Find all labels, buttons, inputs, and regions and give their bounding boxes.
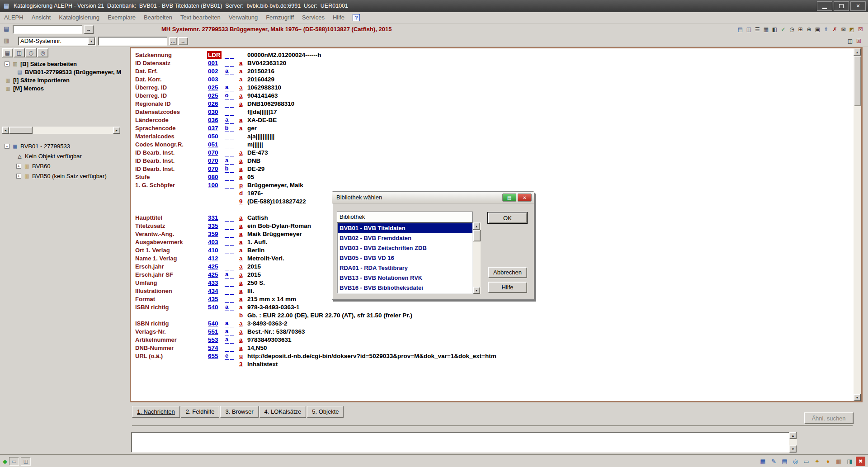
- subfield-code[interactable]: a: [239, 116, 243, 124]
- subfield-code[interactable]: a: [239, 303, 243, 311]
- field-tag[interactable]: 335: [208, 222, 218, 230]
- subfield-code[interactable]: a: [239, 59, 243, 67]
- field-value[interactable]: DNB: [247, 157, 260, 165]
- field-indicators[interactable]: [225, 287, 234, 295]
- scroll-track[interactable]: [33, 127, 113, 134]
- field-tag[interactable]: 331: [208, 214, 218, 222]
- subfield-code[interactable]: a: [239, 271, 243, 279]
- copy-record-icon[interactable]: ◫: [745, 25, 753, 33]
- field-value[interactable]: Catfish: [247, 214, 268, 222]
- session-icon[interactable]: ▭: [9, 457, 19, 466]
- close-record-icon[interactable]: ☒: [857, 25, 864, 33]
- scroll-left-icon[interactable]: ◄: [2, 127, 9, 134]
- edit-records-tab-icon[interactable]: ▤: [2, 48, 13, 57]
- derive-record-icon[interactable]: ⊕: [805, 25, 813, 33]
- split-editor-icon[interactable]: ◫: [846, 37, 854, 45]
- field-tag[interactable]: 433: [208, 279, 218, 287]
- field-tag[interactable]: 001: [208, 59, 218, 67]
- field-indicators[interactable]: a: [225, 271, 234, 278]
- field-tag[interactable]: 002: [208, 67, 218, 75]
- subfield-code[interactable]: a: [239, 246, 243, 255]
- lock-icon[interactable]: ◩: [848, 25, 856, 33]
- expand-icon[interactable]: +: [16, 164, 21, 169]
- ok-button[interactable]: OK: [488, 212, 527, 223]
- field-value[interactable]: Inhaltstext: [247, 360, 278, 368]
- subfield-code[interactable]: a: [239, 67, 243, 75]
- mail-icon[interactable]: ✉: [840, 25, 847, 33]
- field-tag[interactable]: 425: [208, 263, 218, 271]
- tree-item[interactable]: +▥BVB60: [1, 161, 129, 171]
- help-button[interactable]: Hilfe: [488, 282, 527, 293]
- menu-fernzugriff[interactable]: Fernzugriff: [262, 12, 298, 23]
- subfield-code[interactable]: a: [239, 75, 243, 84]
- field-indicators[interactable]: b: [225, 124, 234, 132]
- expand-field-icon[interactable]: ⊞: [797, 25, 804, 33]
- subfield-code[interactable]: a: [239, 263, 243, 271]
- field-indicators[interactable]: [225, 344, 234, 352]
- quick-search-input[interactable]: [13, 25, 82, 34]
- subfield-code[interactable]: a: [239, 279, 243, 287]
- subfield-code[interactable]: a: [239, 344, 243, 352]
- field-indicators[interactable]: a: [225, 157, 234, 165]
- field-tag[interactable]: 403: [208, 238, 218, 246]
- field-value[interactable]: f||da||||||17: [247, 108, 277, 116]
- field-value[interactable]: ger: [247, 124, 257, 132]
- field-tag[interactable]: 412: [208, 255, 218, 263]
- field-tag[interactable]: 359: [208, 230, 218, 238]
- field-value[interactable]: Best.-Nr.: 538/70363: [247, 328, 305, 336]
- field-tag[interactable]: 100: [208, 181, 218, 189]
- messages-scrollbar[interactable]: ▲ ▼: [789, 432, 797, 453]
- messages-list[interactable]: [131, 432, 789, 453]
- minimize-button[interactable]: [817, 1, 832, 11]
- field-indicators[interactable]: [225, 132, 234, 140]
- subfield-code[interactable]: a: [239, 149, 243, 157]
- field-tag[interactable]: 540: [208, 303, 218, 311]
- records-icon[interactable]: ▤: [780, 457, 789, 466]
- subfield-code[interactable]: a: [239, 157, 243, 165]
- field-indicators[interactable]: [225, 59, 234, 67]
- field-value[interactable]: 3-8493-0363-2: [247, 320, 288, 328]
- page-icon[interactable]: ▭: [802, 457, 811, 466]
- field-indicators[interactable]: [225, 108, 234, 116]
- field-tag[interactable]: 070: [208, 157, 218, 165]
- field-tag[interactable]: 037: [208, 124, 218, 132]
- field-tag[interactable]: 070: [208, 165, 218, 173]
- field-indicators[interactable]: [225, 141, 234, 148]
- library-list-item[interactable]: BVB02 - BVB Fremddaten: [338, 233, 472, 243]
- subfield-code[interactable]: a: [239, 328, 243, 336]
- key-icon[interactable]: ✦: [812, 457, 822, 466]
- field-tag[interactable]: 655: [208, 352, 218, 360]
- field-value[interactable]: 00000nM2.01200024------h: [247, 51, 321, 59]
- field-value[interactable]: 20150216: [247, 67, 274, 75]
- menu-exemplare[interactable]: Exemplare: [104, 12, 140, 23]
- scroll-thumb[interactable]: [854, 56, 861, 106]
- field-indicators[interactable]: a: [225, 328, 234, 335]
- system-number-input[interactable]: [98, 37, 167, 46]
- record-scrollbar[interactable]: ▲ ▼: [854, 48, 861, 401]
- field-indicators[interactable]: [225, 295, 234, 303]
- field-value[interactable]: 05: [247, 173, 254, 181]
- scroll-up-icon[interactable]: ▲: [789, 432, 797, 439]
- field-value[interactable]: http://deposit.d-nb.de/cgi-bin/dokserv?i…: [247, 352, 496, 360]
- subfield-code[interactable]: d: [239, 189, 243, 198]
- field-tag[interactable]: 036: [208, 116, 218, 124]
- subfield-code[interactable]: p: [239, 181, 243, 189]
- menu-text-bearbeiten[interactable]: Text bearbeiten: [176, 12, 225, 23]
- exit-icon[interactable]: ✖: [856, 457, 865, 466]
- table-view-icon[interactable]: ▦: [762, 25, 770, 33]
- subfield-code[interactable]: a: [239, 100, 243, 108]
- field-value[interactable]: 1976-: [247, 189, 263, 198]
- field-value[interactable]: 9783849303631: [247, 336, 292, 344]
- scroll-up-icon[interactable]: ▲: [473, 222, 480, 230]
- field-tag[interactable]: 030: [208, 108, 218, 116]
- field-value[interactable]: 1. Aufl.: [247, 238, 268, 246]
- field-indicators[interactable]: [225, 149, 234, 156]
- subfield-code[interactable]: b: [239, 311, 243, 320]
- field-value[interactable]: BV042363120: [247, 59, 286, 67]
- field-tag[interactable]: 540: [208, 320, 218, 328]
- close-view-icon[interactable]: ☒: [855, 37, 863, 45]
- go-arrow-button[interactable]: →: [178, 37, 188, 45]
- ready-icon[interactable]: ◆: [3, 458, 7, 465]
- field-tag[interactable]: 050: [208, 132, 218, 141]
- field-value[interactable]: ein Bob-Dylan-Roman: [247, 222, 311, 230]
